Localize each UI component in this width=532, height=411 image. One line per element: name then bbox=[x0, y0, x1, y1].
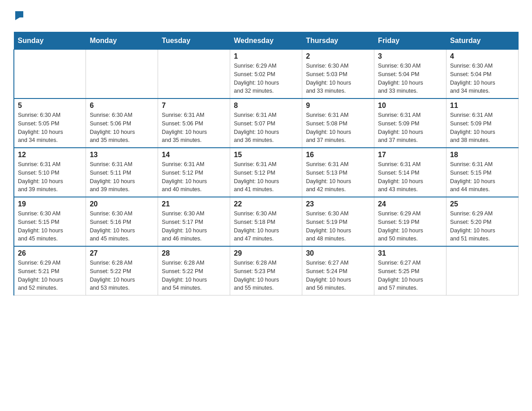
day-number: 30 bbox=[306, 249, 370, 257]
day-number: 20 bbox=[90, 200, 154, 208]
day-number: 12 bbox=[18, 151, 82, 159]
day-number: 28 bbox=[162, 249, 226, 257]
day-info: Sunrise: 6:31 AMSunset: 5:11 PMDaylight:… bbox=[90, 160, 154, 194]
day-info: Sunrise: 6:31 AMSunset: 5:15 PMDaylight:… bbox=[450, 160, 515, 194]
day-info: Sunrise: 6:30 AMSunset: 5:18 PMDaylight:… bbox=[234, 210, 298, 243]
day-info: Sunrise: 6:31 AMSunset: 5:12 PMDaylight:… bbox=[162, 160, 226, 194]
day-info: Sunrise: 6:30 AMSunset: 5:04 PMDaylight:… bbox=[450, 62, 515, 95]
calendar-cell: 10Sunrise: 6:31 AMSunset: 5:09 PMDayligh… bbox=[374, 98, 446, 148]
day-info: Sunrise: 6:31 AMSunset: 5:10 PMDaylight:… bbox=[18, 160, 82, 194]
day-number: 17 bbox=[378, 151, 442, 159]
day-number: 3 bbox=[378, 52, 442, 60]
day-number: 14 bbox=[162, 151, 226, 159]
day-number: 31 bbox=[378, 249, 442, 257]
day-info: Sunrise: 6:30 AMSunset: 5:06 PMDaylight:… bbox=[90, 111, 154, 145]
day-info: Sunrise: 6:31 AMSunset: 5:09 PMDaylight:… bbox=[378, 111, 442, 145]
day-number: 13 bbox=[90, 151, 154, 159]
day-info: Sunrise: 6:31 AMSunset: 5:13 PMDaylight:… bbox=[306, 160, 370, 194]
calendar-cell: 28Sunrise: 6:28 AMSunset: 5:22 PMDayligh… bbox=[158, 246, 230, 295]
header-tuesday: Tuesday bbox=[158, 32, 230, 50]
day-info: Sunrise: 6:29 AMSunset: 5:21 PMDaylight:… bbox=[18, 259, 82, 292]
day-number: 22 bbox=[234, 200, 298, 208]
calendar-cell bbox=[86, 50, 158, 99]
calendar-cell: 22Sunrise: 6:30 AMSunset: 5:18 PMDayligh… bbox=[230, 197, 302, 246]
calendar-cell: 24Sunrise: 6:29 AMSunset: 5:19 PMDayligh… bbox=[374, 197, 446, 246]
day-number: 5 bbox=[18, 102, 82, 110]
calendar-week-row: 1Sunrise: 6:29 AMSunset: 5:02 PMDaylight… bbox=[14, 50, 519, 99]
day-number: 10 bbox=[378, 102, 442, 110]
header-sunday: Sunday bbox=[14, 32, 86, 50]
day-info: Sunrise: 6:30 AMSunset: 5:19 PMDaylight:… bbox=[306, 210, 370, 243]
header-thursday: Thursday bbox=[302, 32, 374, 50]
day-info: Sunrise: 6:29 AMSunset: 5:19 PMDaylight:… bbox=[378, 210, 442, 243]
day-number: 24 bbox=[378, 200, 442, 208]
day-info: Sunrise: 6:31 AMSunset: 5:07 PMDaylight:… bbox=[234, 111, 298, 145]
calendar-cell: 16Sunrise: 6:31 AMSunset: 5:13 PMDayligh… bbox=[302, 148, 374, 197]
day-info: Sunrise: 6:31 AMSunset: 5:14 PMDaylight:… bbox=[378, 160, 442, 194]
day-number: 4 bbox=[450, 52, 515, 60]
logo-arrow-icon bbox=[14, 10, 24, 22]
day-info: Sunrise: 6:31 AMSunset: 5:08 PMDaylight:… bbox=[306, 111, 370, 145]
calendar-cell: 18Sunrise: 6:31 AMSunset: 5:15 PMDayligh… bbox=[446, 148, 519, 197]
calendar-cell: 30Sunrise: 6:27 AMSunset: 5:24 PMDayligh… bbox=[302, 246, 374, 295]
day-info: Sunrise: 6:28 AMSunset: 5:23 PMDaylight:… bbox=[234, 259, 298, 292]
calendar-cell: 11Sunrise: 6:31 AMSunset: 5:09 PMDayligh… bbox=[446, 98, 519, 148]
calendar-cell: 13Sunrise: 6:31 AMSunset: 5:11 PMDayligh… bbox=[86, 148, 158, 197]
calendar-cell: 6Sunrise: 6:30 AMSunset: 5:06 PMDaylight… bbox=[86, 98, 158, 148]
calendar-cell: 12Sunrise: 6:31 AMSunset: 5:10 PMDayligh… bbox=[14, 148, 86, 197]
day-number: 11 bbox=[450, 102, 515, 110]
calendar-cell bbox=[14, 50, 86, 99]
calendar-week-row: 26Sunrise: 6:29 AMSunset: 5:21 PMDayligh… bbox=[14, 246, 519, 295]
calendar-cell: 4Sunrise: 6:30 AMSunset: 5:04 PMDaylight… bbox=[446, 50, 519, 99]
calendar-week-row: 5Sunrise: 6:30 AMSunset: 5:05 PMDaylight… bbox=[14, 98, 519, 148]
day-info: Sunrise: 6:30 AMSunset: 5:15 PMDaylight:… bbox=[18, 210, 82, 243]
day-info: Sunrise: 6:31 AMSunset: 5:09 PMDaylight:… bbox=[450, 111, 515, 145]
day-number: 1 bbox=[234, 52, 298, 60]
calendar-cell: 20Sunrise: 6:30 AMSunset: 5:16 PMDayligh… bbox=[86, 197, 158, 246]
calendar-cell bbox=[158, 50, 230, 99]
day-number: 21 bbox=[162, 200, 226, 208]
calendar-cell: 7Sunrise: 6:31 AMSunset: 5:06 PMDaylight… bbox=[158, 98, 230, 148]
day-info: Sunrise: 6:28 AMSunset: 5:22 PMDaylight:… bbox=[162, 259, 226, 292]
logo bbox=[13, 9, 24, 23]
calendar-cell: 23Sunrise: 6:30 AMSunset: 5:19 PMDayligh… bbox=[302, 197, 374, 246]
day-number: 29 bbox=[234, 249, 298, 257]
day-number: 8 bbox=[234, 102, 298, 110]
day-number: 23 bbox=[306, 200, 370, 208]
calendar-cell bbox=[446, 246, 519, 295]
calendar-cell: 5Sunrise: 6:30 AMSunset: 5:05 PMDaylight… bbox=[14, 98, 86, 148]
calendar-cell: 31Sunrise: 6:27 AMSunset: 5:25 PMDayligh… bbox=[374, 246, 446, 295]
day-number: 26 bbox=[18, 249, 82, 257]
day-info: Sunrise: 6:31 AMSunset: 5:06 PMDaylight:… bbox=[162, 111, 226, 145]
header-monday: Monday bbox=[86, 32, 158, 50]
calendar-header-row: SundayMondayTuesdayWednesdayThursdayFrid… bbox=[14, 32, 519, 50]
day-number: 15 bbox=[234, 151, 298, 159]
calendar-table: SundayMondayTuesdayWednesdayThursdayFrid… bbox=[13, 32, 519, 295]
day-info: Sunrise: 6:27 AMSunset: 5:24 PMDaylight:… bbox=[306, 259, 370, 292]
day-info: Sunrise: 6:28 AMSunset: 5:22 PMDaylight:… bbox=[90, 259, 154, 292]
svg-marker-0 bbox=[15, 11, 23, 20]
day-info: Sunrise: 6:29 AMSunset: 5:02 PMDaylight:… bbox=[234, 62, 298, 95]
day-number: 2 bbox=[306, 52, 370, 60]
day-number: 16 bbox=[306, 151, 370, 159]
calendar-cell: 19Sunrise: 6:30 AMSunset: 5:15 PMDayligh… bbox=[14, 197, 86, 246]
calendar-cell: 9Sunrise: 6:31 AMSunset: 5:08 PMDaylight… bbox=[302, 98, 374, 148]
page-header bbox=[13, 9, 519, 23]
day-info: Sunrise: 6:30 AMSunset: 5:03 PMDaylight:… bbox=[306, 62, 370, 95]
calendar-cell: 14Sunrise: 6:31 AMSunset: 5:12 PMDayligh… bbox=[158, 148, 230, 197]
calendar-cell: 29Sunrise: 6:28 AMSunset: 5:23 PMDayligh… bbox=[230, 246, 302, 295]
calendar-cell: 26Sunrise: 6:29 AMSunset: 5:21 PMDayligh… bbox=[14, 246, 86, 295]
day-number: 27 bbox=[90, 249, 154, 257]
day-number: 7 bbox=[162, 102, 226, 110]
calendar-cell: 3Sunrise: 6:30 AMSunset: 5:04 PMDaylight… bbox=[374, 50, 446, 99]
header-saturday: Saturday bbox=[446, 32, 519, 50]
day-info: Sunrise: 6:27 AMSunset: 5:25 PMDaylight:… bbox=[378, 259, 442, 292]
day-info: Sunrise: 6:30 AMSunset: 5:04 PMDaylight:… bbox=[378, 62, 442, 95]
header-wednesday: Wednesday bbox=[230, 32, 302, 50]
day-info: Sunrise: 6:30 AMSunset: 5:05 PMDaylight:… bbox=[18, 111, 82, 145]
day-number: 25 bbox=[450, 200, 515, 208]
day-number: 6 bbox=[90, 102, 154, 110]
calendar-week-row: 19Sunrise: 6:30 AMSunset: 5:15 PMDayligh… bbox=[14, 197, 519, 246]
day-number: 9 bbox=[306, 102, 370, 110]
calendar-cell: 21Sunrise: 6:30 AMSunset: 5:17 PMDayligh… bbox=[158, 197, 230, 246]
